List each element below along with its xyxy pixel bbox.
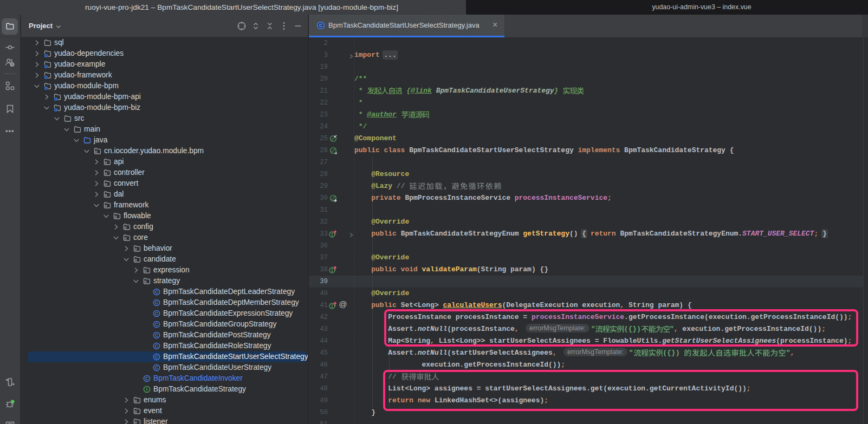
svg-text:C: C xyxy=(155,322,158,327)
svg-text:C: C xyxy=(155,311,158,316)
svg-text:C: C xyxy=(155,343,158,349)
svg-text:C: C xyxy=(155,332,158,338)
svg-text:C: C xyxy=(155,365,158,370)
svg-text:I: I xyxy=(146,387,147,392)
svg-text:C: C xyxy=(145,376,148,381)
svg-text:C: C xyxy=(155,354,158,360)
svg-text:C: C xyxy=(155,300,158,305)
svg-text:C: C xyxy=(319,23,322,28)
svg-text:C: C xyxy=(155,289,158,295)
